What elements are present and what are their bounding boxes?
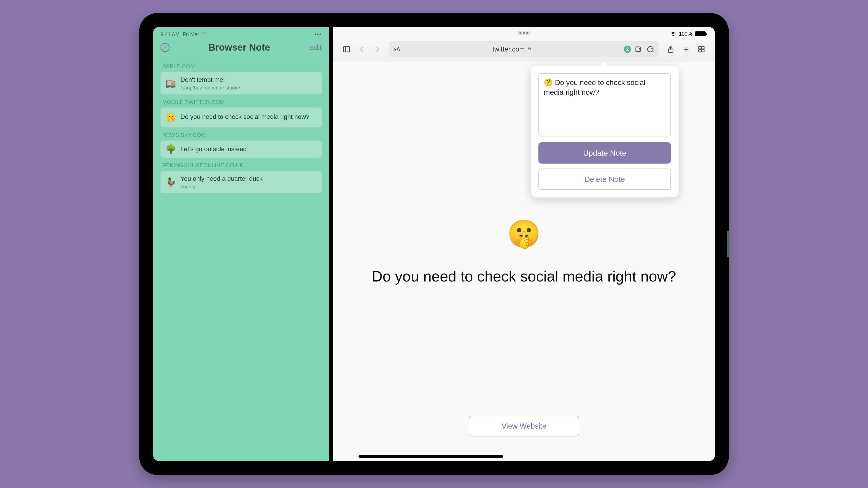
url-display: twitter.com: [403, 45, 621, 53]
update-note-button[interactable]: Update Note: [538, 142, 671, 164]
compass-icon[interactable]: [160, 43, 169, 52]
svg-rect-9: [699, 46, 701, 49]
status-bar-right: 100%: [333, 27, 715, 38]
browser-note-extension-icon[interactable]: [624, 46, 631, 53]
svg-rect-5: [636, 47, 640, 52]
svg-rect-10: [702, 46, 704, 49]
note-title: You only need a quarter duck: [180, 174, 262, 183]
left-header: Browser Note Edit: [153, 38, 329, 59]
note-emoji: 🏬: [165, 78, 176, 88]
home-indicator[interactable]: [359, 455, 503, 458]
note-popover: Update Note Delete Note: [531, 66, 679, 197]
section-label: MOBILE.TWITTER.COM: [162, 99, 322, 105]
wifi-icon: [670, 31, 676, 37]
section-label: APPLE.COM: [162, 63, 322, 70]
svg-rect-0: [344, 46, 350, 52]
safari-app: 100% AA twitter.com: [333, 27, 715, 461]
text-size-button[interactable]: AA: [393, 46, 400, 53]
note-subpath: /menu/: [180, 184, 262, 190]
reload-button[interactable]: [646, 43, 655, 55]
note-title: Do you need to check social media right …: [180, 112, 309, 121]
note-textarea[interactable]: [538, 73, 671, 136]
edit-button[interactable]: Edit: [309, 43, 322, 52]
tabs-button[interactable]: [695, 43, 708, 55]
note-card-twitter[interactable]: 🤫 Do you need to check social media righ…: [160, 107, 322, 127]
svg-rect-2: [528, 48, 530, 50]
section-label: NEWS.SKY.COM: [162, 132, 322, 138]
note-title: Don't tempt me!: [180, 75, 240, 84]
note-list: APPLE.COM 🏬 Don't tempt me! /shop/buy-ma…: [153, 59, 329, 195]
status-bar-left: 9:41 AM Fri Mar 11 •••: [153, 27, 329, 38]
page-headline: Do you need to check social media right …: [372, 268, 676, 285]
status-date: Fri Mar 11: [183, 31, 206, 37]
reader-arrow-icon[interactable]: [634, 43, 643, 55]
note-emoji: 🤫: [165, 112, 176, 123]
forward-button[interactable]: [371, 43, 383, 55]
note-emoji: 🦆: [165, 177, 176, 187]
new-tab-button[interactable]: [680, 43, 692, 55]
note-emoji: 🌳: [165, 144, 176, 154]
split-divider[interactable]: [329, 27, 333, 461]
browser-note-app: 9:41 AM Fri Mar 11 ••• Browser Note Edit…: [153, 27, 329, 461]
svg-line-4: [627, 48, 628, 50]
note-card-peking[interactable]: 🦆 You only need a quarter duck /menu/: [160, 171, 322, 193]
delete-note-button[interactable]: Delete Note: [538, 168, 671, 190]
note-card-apple[interactable]: 🏬 Don't tempt me! /shop/buy-mac/mac-stud…: [160, 72, 322, 94]
note-card-sky[interactable]: 🌳 Let's go outside instead: [160, 140, 322, 158]
screen: 9:41 AM Fri Mar 11 ••• Browser Note Edit…: [153, 27, 715, 461]
lock-icon: [527, 46, 532, 53]
battery-icon: [695, 31, 706, 36]
safari-toolbar: AA twitter.com: [333, 38, 715, 62]
share-button[interactable]: [664, 43, 677, 55]
page-emoji: 🤫: [507, 218, 541, 250]
battery-percent: 100%: [679, 31, 692, 37]
view-website-button[interactable]: View Website: [469, 416, 579, 436]
svg-rect-11: [699, 50, 701, 52]
status-time: 9:41 AM: [160, 31, 180, 37]
svg-rect-12: [702, 50, 704, 52]
multitask-dots-icon[interactable]: [518, 31, 530, 35]
note-subpath: /shop/buy-mac/mac-studio/: [180, 85, 240, 91]
note-title: Let's go outside instead: [180, 145, 247, 153]
tablet-frame: 9:41 AM Fri Mar 11 ••• Browser Note Edit…: [139, 13, 729, 475]
back-button[interactable]: [356, 43, 368, 55]
app-title: Browser Note: [169, 42, 309, 53]
multitask-dots-icon[interactable]: •••: [314, 31, 322, 37]
address-bar[interactable]: AA twitter.com: [389, 41, 659, 57]
section-label: PEKINGHOUSEONLINE.CO.UK: [162, 162, 322, 168]
sidebar-toggle-button[interactable]: [340, 43, 352, 55]
